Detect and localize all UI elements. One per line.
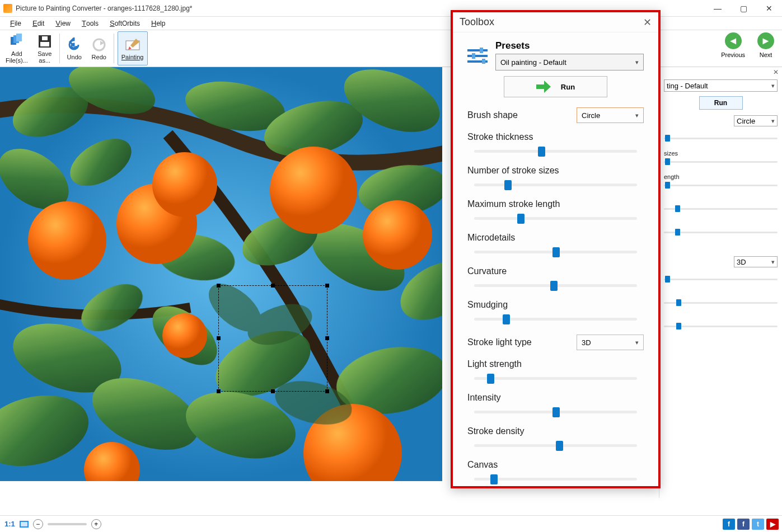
svg-rect-4 — [40, 42, 49, 46]
svg-rect-5 — [42, 36, 48, 40]
run-arrow-icon — [536, 81, 551, 93]
chevron-down-icon: ▾ — [771, 258, 775, 266]
side-slider[interactable] — [664, 205, 778, 213]
param-slider[interactable] — [467, 473, 644, 484]
param-slider[interactable] — [467, 406, 644, 417]
save-icon — [37, 34, 53, 49]
menu-file[interactable]: File — [6, 18, 26, 29]
undo-button[interactable]: Undo — [63, 31, 86, 65]
param-slider[interactable] — [467, 280, 644, 291]
ribbon-toolbar: AddFile(s)... Saveas... Undo Redo Painti… — [0, 30, 782, 67]
resize-handle[interactable] — [325, 389, 329, 393]
resize-handle[interactable] — [217, 336, 221, 340]
run-button[interactable]: Run — [504, 76, 607, 97]
facebook-icon[interactable]: f — [737, 519, 750, 530]
side-slider[interactable] — [664, 275, 778, 283]
svg-point-33 — [363, 200, 432, 270]
chevron-down-icon: ▾ — [771, 117, 775, 125]
svg-point-32 — [270, 147, 357, 234]
param-label: Microdetails — [467, 233, 644, 243]
side-slider[interactable] — [664, 158, 778, 166]
redo-icon — [91, 37, 107, 53]
undo-icon — [67, 37, 82, 53]
menu-bar: File Edit View Tools SoftOrbits Help — [0, 17, 782, 30]
add-files-button[interactable]: AddFile(s)... — [2, 31, 31, 65]
toolbox-title: Toolbox — [460, 16, 643, 28]
param-label: Stroke density — [467, 426, 644, 436]
svg-point-29 — [28, 201, 106, 280]
maximize-button[interactable]: ▢ — [731, 0, 756, 17]
param-slider[interactable] — [467, 313, 644, 324]
twitter-icon[interactable]: t — [752, 519, 764, 530]
previous-icon: ◄ — [725, 32, 742, 49]
param-label: Curvature — [467, 266, 644, 276]
resize-handle[interactable] — [217, 284, 221, 288]
minimize-button[interactable]: — — [705, 0, 731, 17]
close-button[interactable]: ✕ — [756, 0, 782, 17]
resize-handle[interactable] — [325, 284, 329, 288]
painting-button[interactable]: Painting — [118, 31, 148, 65]
side-light-select[interactable]: 3D▾ — [734, 256, 778, 267]
side-slider[interactable] — [664, 322, 778, 330]
param-slider[interactable] — [467, 440, 644, 451]
chevron-down-icon: ▾ — [635, 112, 639, 119]
side-brush-select[interactable]: Circle▾ — [734, 115, 778, 126]
param-label: Smudging — [467, 300, 644, 310]
param-label: Maximum stroke length — [467, 199, 644, 209]
panel-close-icon[interactable]: ✕ — [773, 68, 779, 76]
param-label: Canvas — [467, 460, 644, 470]
next-button[interactable]: ► Next — [754, 31, 778, 59]
param-slider[interactable] — [467, 145, 644, 157]
svg-point-6 — [93, 39, 105, 50]
side-slider[interactable] — [664, 134, 778, 142]
resize-handle[interactable] — [325, 336, 329, 340]
facebook-icon[interactable]: f — [723, 519, 735, 530]
selection-marquee[interactable] — [218, 285, 327, 392]
canvas-viewport[interactable] — [0, 67, 442, 481]
param-slider[interactable] — [467, 179, 644, 190]
side-slider[interactable] — [664, 228, 778, 236]
resize-handle[interactable] — [271, 389, 275, 393]
title-bar: Picture to Painting Converter - oranges-… — [0, 0, 782, 17]
menu-edit[interactable]: Edit — [28, 18, 49, 29]
stroke-light-type-select[interactable]: 3D ▾ — [577, 335, 644, 350]
resize-handle[interactable] — [217, 389, 221, 393]
status-bar: 1:1 − + f f t ▶ — [0, 515, 782, 532]
svg-rect-41 — [467, 55, 488, 57]
param-slider[interactable] — [467, 373, 644, 384]
side-run-button[interactable]: Run — [699, 96, 743, 110]
brush-shape-select[interactable]: Circle ▾ — [577, 107, 644, 123]
app-icon — [3, 4, 12, 13]
zoom-slider[interactable] — [48, 523, 87, 525]
svg-rect-2 — [16, 34, 22, 41]
zoom-in-button[interactable]: + — [91, 519, 101, 529]
toolbox-close-icon[interactable]: ✕ — [643, 16, 652, 29]
resize-handle[interactable] — [271, 284, 275, 288]
param-slider[interactable] — [467, 213, 644, 224]
menu-help[interactable]: Help — [147, 18, 170, 29]
painting-icon — [125, 37, 141, 53]
side-slider[interactable] — [664, 299, 778, 307]
chevron-down-icon: ▾ — [635, 339, 639, 346]
save-as-button[interactable]: Saveas... — [34, 31, 56, 65]
preset-select[interactable]: Oil painting - Default ▾ — [495, 54, 644, 70]
zoom-out-button[interactable]: − — [33, 519, 43, 529]
param-slider[interactable] — [467, 246, 644, 257]
youtube-icon[interactable]: ▶ — [766, 519, 779, 530]
menu-softorbits[interactable]: SoftOrbits — [105, 18, 144, 29]
sliders-icon — [467, 45, 488, 65]
side-slider[interactable] — [664, 181, 778, 189]
param-label: Intensity — [467, 393, 644, 403]
redo-button[interactable]: Redo — [88, 31, 110, 65]
toolbox-popup: Toolbox ✕ Presets Oil painting - Default… — [451, 10, 661, 488]
side-preset-select[interactable]: ting - Default▾ — [664, 79, 778, 92]
brush-shape-label: Brush shape — [467, 110, 518, 120]
menu-view[interactable]: View — [51, 18, 75, 29]
chevron-down-icon: ▾ — [635, 59, 639, 66]
fit-to-window-button[interactable] — [20, 521, 29, 528]
previous-button[interactable]: ◄ Previous — [718, 31, 748, 59]
param-label: Number of stroke sizes — [467, 166, 644, 176]
menu-tools[interactable]: Tools — [77, 18, 103, 29]
zoom-actual-button[interactable]: 1:1 — [4, 520, 15, 528]
param-label: Light strength — [467, 359, 644, 369]
